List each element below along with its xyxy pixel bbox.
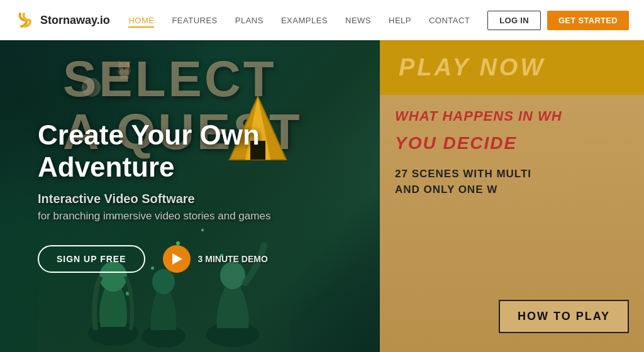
logo-icon — [15, 10, 35, 30]
demo-label: 3 MINUTE DEMO — [198, 254, 268, 264]
nav-news-link[interactable]: NEWS — [345, 16, 371, 25]
scenes-line1: 27 SCENES WITH MULTI — [395, 166, 629, 182]
nav-news[interactable]: NEWS — [345, 14, 371, 26]
nav-examples-link[interactable]: EXAMPLES — [281, 16, 328, 25]
get-started-button[interactable]: GET STARTED — [547, 11, 629, 30]
nav-actions: LOG IN GET STARTED — [487, 11, 629, 30]
hero-title: Create Your Own Adventure — [38, 119, 358, 183]
nav-plans[interactable]: PLANS — [235, 14, 264, 26]
login-button[interactable]: LOG IN — [487, 11, 541, 30]
nav-links: HOME FEATURES PLANS EXAMPLES NEWS HELP C… — [128, 14, 470, 26]
nav-home[interactable]: HOME — [128, 14, 154, 26]
nav-help-link[interactable]: HELP — [389, 16, 411, 25]
signup-free-button[interactable]: SIGN UP FREE — [38, 245, 145, 273]
scenes-text: 27 SCENES WITH MULTI AND ONLY ONE W — [395, 166, 629, 198]
hero-section: 🦉 — [0, 40, 644, 352]
hero-subtitle1: Interactive Video Software — [38, 192, 358, 206]
nav-help[interactable]: HELP — [389, 14, 411, 26]
play-icon — [172, 253, 182, 265]
nav-features[interactable]: FEATURES — [172, 14, 217, 26]
play-now-bar: PLAY NOW — [380, 40, 644, 95]
hero-cta-row: SIGN UP FREE 3 MINUTE DEMO — [38, 245, 358, 273]
play-button[interactable] — [163, 245, 191, 273]
navbar: Stornaway.io HOME FEATURES PLANS EXAMPLE… — [0, 0, 644, 40]
nav-examples[interactable]: EXAMPLES — [281, 14, 328, 26]
scenes-line2: AND ONLY ONE W — [395, 182, 629, 198]
nav-home-link[interactable]: HOME — [128, 16, 154, 28]
hero-right-panel: PLAY NOW WHAT HAPPENS IN WH YOU DECIDE 2… — [380, 40, 644, 352]
nav-plans-link[interactable]: PLANS — [235, 16, 264, 25]
demo-play-row: 3 MINUTE DEMO — [163, 245, 268, 273]
what-happens-text: WHAT HAPPENS IN WH — [395, 107, 629, 126]
nav-contact[interactable]: CONTACT — [429, 14, 470, 26]
hero-subtitle2: for branching immersive video stories an… — [38, 210, 358, 223]
logo-text: Stornaway.io — [40, 14, 110, 27]
how-to-play-button[interactable]: HOW TO PLAY — [499, 300, 629, 333]
hero-center-content: Create Your Own Adventure Interactive Vi… — [0, 40, 396, 352]
you-decide-text: YOU DECIDE — [395, 133, 629, 153]
logo[interactable]: Stornaway.io — [15, 10, 110, 30]
play-now-text: PLAY NOW — [399, 54, 545, 80]
nav-features-link[interactable]: FEATURES — [172, 16, 217, 25]
nav-contact-link[interactable]: CONTACT — [429, 16, 470, 25]
